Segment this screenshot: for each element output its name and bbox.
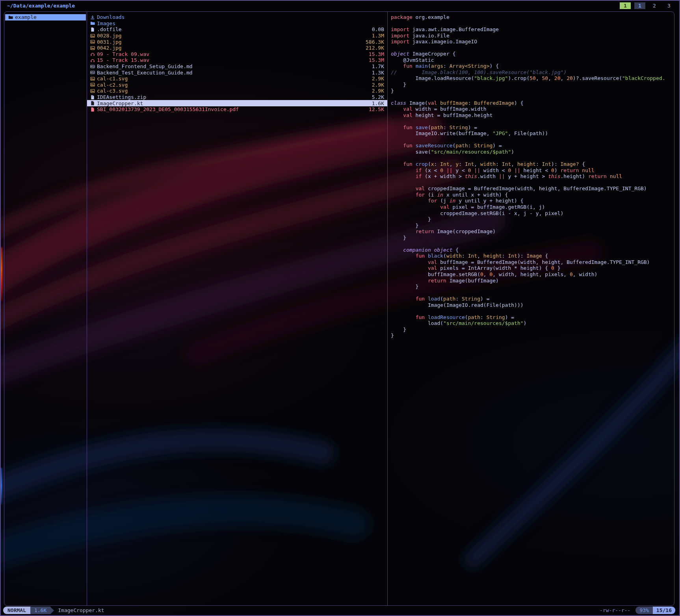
folder-icon bbox=[8, 15, 15, 20]
code-line: @JvmStatic bbox=[391, 57, 674, 63]
file-icon bbox=[90, 27, 97, 32]
code-line: } bbox=[391, 332, 674, 339]
code-line: croppedImage.setRGB(i - x, j - y, pixel) bbox=[391, 210, 674, 217]
code-line bbox=[391, 155, 674, 161]
cursor-position-badge: 15/16 bbox=[653, 607, 675, 614]
files-pane: DownloadsImages.dotfile0.0B0028.jpg1.3M0… bbox=[87, 12, 388, 605]
code-line: object ImageCropper { bbox=[391, 51, 674, 57]
status-bar: NORMAL 1.6K ImageCropper.kt -rw-r--r-- 9… bbox=[3, 607, 675, 614]
zip-icon bbox=[90, 95, 97, 100]
file-row[interactable]: ImageCropper.kt1.6K bbox=[87, 100, 387, 106]
file-permissions: -rw-r--r-- bbox=[600, 607, 630, 614]
file-name: Backend_Test_Execution_Guide.md bbox=[97, 70, 369, 76]
code-line bbox=[391, 94, 674, 100]
file-size-badge: 1.6K bbox=[30, 607, 50, 614]
code-line: Image(ImageIO.read(File(path))) bbox=[391, 302, 674, 308]
code-line: if (x < 0 || y < 0 || width < 0 || heigh… bbox=[391, 167, 674, 174]
code-line: } bbox=[391, 223, 674, 229]
cwd-path: ~/Data/example/example bbox=[7, 3, 75, 9]
code-line: Image.loadResource("black.jpg").crop(50,… bbox=[391, 75, 674, 82]
code-line bbox=[391, 20, 674, 27]
markdown-icon bbox=[90, 70, 97, 75]
file-size: 2.9K bbox=[372, 88, 384, 94]
code-line: for (j in y until y + height) { bbox=[391, 198, 674, 204]
code-line: class Image(val buffImage: BufferedImage… bbox=[391, 100, 674, 106]
file-row[interactable]: .dotfile0.0B bbox=[87, 26, 387, 33]
code-line: fun load(path: String) = bbox=[391, 296, 674, 302]
code-line: val width = buffImage.width bbox=[391, 106, 674, 112]
tab-2[interactable]: 2 bbox=[649, 2, 660, 9]
code-line: import java.awt.image.BufferedImage bbox=[391, 26, 674, 33]
file-name: cal-c1.svg bbox=[97, 76, 369, 82]
file-row[interactable]: cal-c1.svg2.9K bbox=[87, 76, 387, 82]
status-right-group: -rw-r--r-- 93% 15/16 bbox=[600, 607, 675, 614]
code-line: for (i in x until x + width) { bbox=[391, 192, 674, 198]
tab-1[interactable]: 1 bbox=[634, 2, 645, 9]
file-size: 1.7K bbox=[372, 63, 384, 69]
code-line: buffImage.setRGB(0, 0, width, height, pi… bbox=[391, 271, 674, 278]
code-line: val buffImage = BufferedImage(width, hei… bbox=[391, 259, 674, 265]
file-row[interactable]: Downloads bbox=[87, 14, 387, 20]
code-line: save("src/main/resources/$path") bbox=[391, 149, 674, 155]
file-size: 15.3M bbox=[369, 51, 384, 57]
code-line: fun crop(x: Int, y: Int, width: Int, hei… bbox=[391, 161, 674, 167]
file-row[interactable]: 09 - Track 09.wav15.3M bbox=[87, 51, 387, 58]
download-icon bbox=[90, 15, 97, 20]
file-row[interactable]: Backend_Test_Execution_Guide.md1.3K bbox=[87, 69, 387, 76]
code-line bbox=[391, 118, 674, 124]
file-row[interactable]: IDEAsettings.zip5.2K bbox=[87, 94, 387, 100]
file-name: Images bbox=[97, 20, 384, 26]
file-size: 212.9K bbox=[366, 45, 384, 51]
tab-counter[interactable]: 1 bbox=[620, 2, 631, 9]
file-row[interactable]: 15 - Track 15.wav15.3M bbox=[87, 57, 387, 63]
file-size: 5.2K bbox=[372, 94, 384, 100]
image-icon bbox=[90, 89, 97, 93]
file-size: 1.3M bbox=[372, 33, 384, 39]
file-row[interactable]: cal-c2.svg2.9K bbox=[87, 82, 387, 88]
tab-bar: 1123 bbox=[620, 2, 674, 9]
scroll-percent-badge: 93% bbox=[635, 607, 652, 614]
code-line: import javax.imageio.ImageIO bbox=[391, 39, 674, 45]
file-row[interactable]: Backend_Frontend_Setup_Guide.md1.7K bbox=[87, 63, 387, 70]
audio-icon bbox=[90, 52, 97, 56]
file-size: 2.9K bbox=[372, 76, 384, 82]
code-line: val pixel = buffImage.getRGB(i, j) bbox=[391, 204, 674, 210]
code-line: package org.example bbox=[391, 14, 674, 20]
code-line: return Image(croppedImage) bbox=[391, 228, 674, 235]
preview-pane: package org.example import java.awt.imag… bbox=[388, 12, 674, 605]
file-name: 0042.jpg bbox=[97, 45, 362, 51]
markdown-icon bbox=[90, 64, 97, 69]
code-line: val height = buffImage.height bbox=[391, 112, 674, 119]
top-bar: ~/Data/example/example 1123 bbox=[0, 2, 680, 9]
file-row[interactable]: SBI_0032013739_2023_DE05_0003155631Invoi… bbox=[87, 106, 387, 113]
code-line bbox=[391, 137, 674, 143]
code-line: ImageIO.write(buffImage, "JPG", File(pat… bbox=[391, 130, 674, 137]
file-row[interactable]: 0028.jpg1.3M bbox=[87, 33, 387, 39]
file-size: 15.3M bbox=[369, 57, 384, 63]
wallpaper-blue-accent bbox=[0, 468, 2, 504]
file-name: ImageCropper.kt bbox=[97, 100, 369, 106]
file-row[interactable]: 0042.jpg212.9K bbox=[87, 45, 387, 51]
tab-3[interactable]: 3 bbox=[663, 2, 674, 9]
file-size: 1.3K bbox=[372, 70, 384, 76]
file-icon bbox=[90, 101, 97, 106]
code-line bbox=[391, 180, 674, 186]
code-line: } bbox=[391, 88, 674, 94]
code-line: import java.io.File bbox=[391, 33, 674, 39]
image-icon bbox=[90, 82, 97, 87]
code-line: companion object { bbox=[391, 247, 674, 253]
parent-dir-row[interactable]: example bbox=[5, 14, 86, 20]
file-name: 0031.jpg bbox=[97, 39, 362, 45]
file-manager-frame: example DownloadsImages.dotfile0.0B0028.… bbox=[4, 11, 674, 606]
file-row[interactable]: cal-c3.svg2.9K bbox=[87, 88, 387, 94]
file-size: 1.6K bbox=[372, 100, 384, 106]
code-line: fun saveResource(path: String) = bbox=[391, 143, 674, 149]
file-name: cal-c3.svg bbox=[97, 88, 369, 94]
code-line bbox=[391, 290, 674, 296]
file-row[interactable]: Images bbox=[87, 20, 387, 27]
file-name: example bbox=[15, 14, 83, 20]
code-line: val croppedImage = BufferedImage(width, … bbox=[391, 186, 674, 192]
folder-icon bbox=[90, 21, 97, 26]
file-name: SBI_0032013739_2023_DE05_0003155631Invoi… bbox=[97, 106, 366, 112]
file-row[interactable]: 0031.jpg586.3K bbox=[87, 39, 387, 45]
